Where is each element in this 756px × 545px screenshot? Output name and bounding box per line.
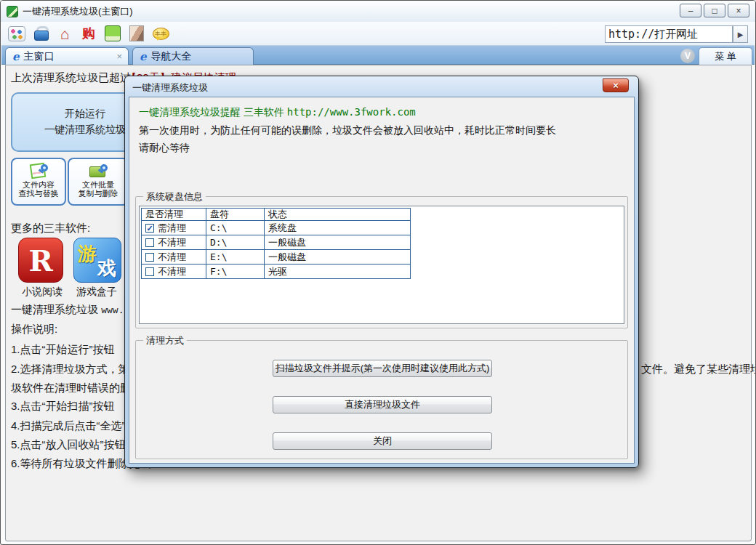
method-group-label: 清理方式	[143, 334, 187, 347]
tab-label: 导航大全	[151, 50, 192, 63]
button-label: 文件批量	[82, 180, 114, 189]
book-search-icon	[89, 163, 108, 180]
reminder-text: 一键清理系统垃圾提醒 三丰软件	[139, 106, 287, 118]
disk-group-label: 系统硬盘信息	[143, 190, 206, 203]
app-broom-icon	[7, 6, 18, 17]
ie-icon: e	[140, 50, 147, 63]
run-button-line2: 一键清理系统垃圾	[44, 124, 126, 137]
checkbox-unchecked[interactable]	[145, 253, 154, 262]
file-content-replace-button[interactable]: 文件内容 查找与替换	[11, 158, 66, 206]
clean-label: 不清理	[158, 236, 186, 249]
button-label: 复制与删除	[79, 189, 118, 198]
game-box-label[interactable]: 游戏盒子	[76, 286, 117, 299]
button-label: 查找与替换	[19, 189, 59, 198]
ie-icon: e	[12, 50, 20, 63]
photo-icon[interactable]	[128, 25, 145, 42]
checkbox-unchecked[interactable]	[145, 267, 154, 276]
table-row[interactable]: 不清理 F:\ 光驱	[142, 265, 410, 278]
novel-reader-app-icon[interactable]: R	[18, 238, 63, 283]
tab-navigation[interactable]: e 导航大全	[132, 47, 254, 65]
game-app-icon[interactable]	[104, 25, 121, 42]
table-row[interactable]: 不清理 E:\ 一般磁盘	[142, 250, 410, 265]
clean-label: 不清理	[158, 265, 186, 278]
close-button[interactable]: ×	[728, 4, 749, 17]
status-label: 一般磁盘	[265, 235, 410, 249]
button-label: 文件内容	[23, 180, 55, 189]
clean-method-group: 清理方式 扫描垃圾文件并提示(第一次使用时建议使用此方式) 直接清理垃圾文件 关…	[135, 340, 628, 459]
header-status[interactable]: 状态	[265, 209, 410, 220]
document-search-icon	[29, 163, 48, 180]
lock-icon[interactable]	[32, 25, 49, 42]
run-button-line1: 开始运行	[65, 108, 105, 121]
disk-info-group: 系统硬盘信息 是否清理 盘符 状态 ✓需清理 C:\ 系统盘	[135, 196, 628, 328]
dialog-green-header: 一键清理系统垃圾提醒 三丰软件 http://www.3fwork.com	[139, 106, 416, 119]
instruction-item: 4.扫描完成后点击“全选”	[11, 419, 126, 433]
clean-label: 不清理	[158, 251, 186, 264]
disk-listview: 是否清理 盘符 状态 ✓需清理 C:\ 系统盘 不清理 D:\ 一般磁盘	[139, 206, 624, 324]
dialog-info-line2: 请耐心等待	[139, 142, 190, 155]
dialog-info-line1: 第一次使用时，为防止任何可能的误删除，垃圾文件会被放入回收站中，耗时比正常时间要…	[139, 124, 556, 137]
novel-reader-label[interactable]: 小说阅读	[22, 286, 63, 299]
status-label: 一般磁盘	[265, 250, 410, 264]
clean-label: 需清理	[158, 222, 186, 235]
dialog-content: 一键清理系统垃圾提醒 三丰软件 http://www.3fwork.com 第一…	[129, 97, 635, 464]
scan-and-prompt-button[interactable]: 扫描垃圾文件并提示(第一次使用时建议使用此方式)	[273, 360, 492, 377]
dialog-title: 一键清理系统垃圾	[132, 81, 208, 94]
tab-close-icon[interactable]: ×	[116, 51, 122, 62]
table-row[interactable]: 不清理 D:\ 一般磁盘	[142, 235, 410, 250]
header-drive[interactable]: 盘符	[206, 209, 265, 220]
disk-table: 是否清理 盘符 状态 ✓需清理 C:\ 系统盘 不清理 D:\ 一般磁盘	[141, 208, 411, 279]
direct-clean-button[interactable]: 直接清理垃圾文件	[273, 396, 492, 413]
status-label: 系统盘	[265, 221, 410, 235]
toolbar: ⌂ 购 丰丰 ▶	[1, 22, 755, 46]
dialog-close-action-button[interactable]: 关闭	[273, 432, 492, 450]
checkbox-unchecked[interactable]	[145, 238, 154, 247]
header-clean[interactable]: 是否清理	[142, 209, 206, 220]
settings-icon[interactable]	[8, 25, 25, 42]
website-link[interactable]: http://www.3fwork.com	[287, 106, 416, 118]
window-title: 一键清理系统垃圾(主窗口)	[23, 5, 133, 18]
instructions-title: 操作说明:	[11, 323, 57, 336]
tab-bar: e 主窗口 × e 导航大全 V 菜 单	[1, 46, 755, 65]
go-button[interactable]: ▶	[733, 25, 748, 43]
drive-label: C:\	[206, 221, 265, 235]
maximize-button[interactable]: □	[704, 4, 725, 17]
url-input[interactable]	[605, 25, 733, 43]
shop-icon[interactable]: 购	[80, 25, 97, 42]
tab-dropdown-icon[interactable]: V	[680, 49, 695, 63]
instruction-item-red-continuation: 文件。避免了某些清理垃	[641, 363, 756, 376]
dialog-close-button[interactable]: ×	[603, 78, 629, 92]
instruction-item: 1.点击“开始运行”按钮	[11, 343, 115, 357]
table-row[interactable]: ✓需清理 C:\ 系统盘	[142, 221, 410, 235]
home-icon[interactable]: ⌂	[56, 25, 73, 42]
drive-label: E:\	[206, 250, 265, 264]
window-titlebar: 一键清理系统垃圾(主窗口) – □ ×	[1, 1, 755, 22]
file-batch-copy-delete-button[interactable]: 文件批量 复制与删除	[68, 158, 129, 206]
checkbox-checked[interactable]: ✓	[145, 224, 154, 233]
main-window: 一键清理系统垃圾(主窗口) – □ × ⌂ 购 丰丰 ▶ e 主窗口 × e 导…	[0, 0, 756, 545]
minimize-button[interactable]: –	[680, 4, 701, 17]
disk-table-header: 是否清理 盘符 状态	[142, 209, 410, 221]
instruction-item: 3.点击“开始扫描”按钮	[11, 400, 115, 413]
product-name: 一键清理系统垃圾	[11, 303, 98, 315]
cleanup-dialog: 一键清理系统垃圾 × 一键清理系统垃圾提醒 三丰软件 http://www.3f…	[124, 76, 639, 468]
last-clean-notice: 上次清理系统垃圾已超过	[11, 71, 131, 85]
status-label: 光驱	[265, 265, 410, 278]
more-apps-label: 更多的三丰软件:	[11, 222, 90, 235]
drive-label: D:\	[206, 235, 265, 249]
chat-bubble-icon[interactable]: 丰丰	[152, 25, 169, 42]
instruction-item: 5.点击“放入回收站”按钮	[11, 438, 126, 452]
tab-main-window[interactable]: e 主窗口 ×	[5, 47, 129, 65]
game-box-app-icon[interactable]: 游 戏	[73, 238, 121, 283]
menu-button[interactable]: 菜 单	[699, 47, 752, 65]
tab-label: 主窗口	[24, 50, 55, 63]
drive-label: F:\	[206, 265, 265, 278]
